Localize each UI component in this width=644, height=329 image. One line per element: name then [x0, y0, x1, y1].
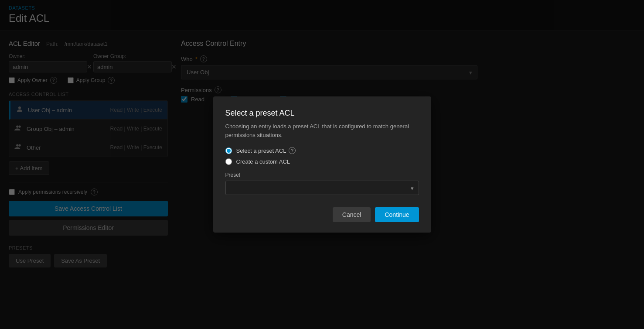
create-custom-radio-label: Create a custom ACL [236, 158, 290, 165]
preset-select-wrapper: Open Restricted Home [225, 181, 419, 195]
preset-field-label: Preset [225, 172, 419, 178]
preset-option-help-icon[interactable]: ? [289, 147, 296, 154]
modal-continue-button[interactable]: Continue [375, 207, 419, 222]
modal-footer: Cancel Continue [225, 207, 419, 222]
custom-radio-row: Create a custom ACL [225, 158, 419, 165]
modal-cancel-button[interactable]: Cancel [333, 207, 371, 222]
select-preset-radio[interactable] [225, 147, 232, 154]
modal-title: Select a preset ACL [225, 109, 419, 118]
select-preset-radio-label: Select a preset ACL ? [236, 147, 296, 154]
create-custom-radio[interactable] [225, 158, 232, 165]
select-preset-modal: Select a preset ACL Choosing an entry lo… [213, 96, 431, 233]
preset-select[interactable]: Open Restricted Home [225, 181, 419, 195]
preset-radio-row: Select a preset ACL ? [225, 147, 419, 154]
modal-overlay[interactable]: Select a preset ACL Choosing an entry lo… [0, 0, 644, 329]
modal-description: Choosing an entry loads a preset ACL tha… [225, 122, 419, 139]
